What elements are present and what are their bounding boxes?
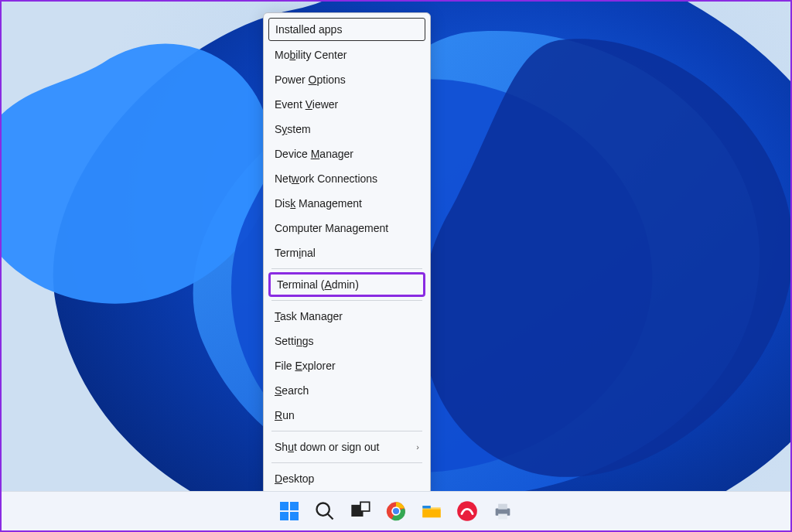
search-icon bbox=[314, 500, 336, 522]
svg-rect-13 bbox=[498, 504, 507, 510]
menu-item-10[interactable]: Terminal (Admin) bbox=[268, 272, 425, 297]
menu-item-label: Terminal bbox=[275, 246, 316, 260]
menu-item-8[interactable]: Computer Management bbox=[264, 216, 430, 240]
chevron-right-icon: › bbox=[416, 440, 419, 454]
menu-item-label: Settings bbox=[275, 334, 314, 348]
menu-item-17[interactable]: Desktop bbox=[264, 466, 430, 491]
menu-item-7[interactable]: Disk Management bbox=[264, 191, 430, 216]
svg-rect-5 bbox=[360, 502, 370, 511]
svg-rect-14 bbox=[498, 514, 507, 520]
printer-icon bbox=[492, 500, 514, 522]
menu-item-label: Task Manager bbox=[275, 309, 343, 323]
menu-item-2[interactable]: Power Options bbox=[264, 67, 430, 92]
menu-item-9[interactable]: Terminal bbox=[264, 240, 430, 265]
menu-item-label: Device Manager bbox=[275, 147, 353, 161]
svg-line-3 bbox=[328, 514, 333, 520]
task-view-icon bbox=[350, 500, 371, 522]
menu-item-0[interactable]: Installed apps bbox=[268, 18, 425, 41]
red-app-button[interactable] bbox=[456, 500, 478, 522]
menu-item-label: Network Connections bbox=[275, 172, 377, 186]
menu-item-label: Computer Management bbox=[275, 221, 388, 235]
menu-item-label: Search bbox=[275, 384, 309, 397]
menu-item-label: Desktop bbox=[275, 472, 314, 486]
menu-separator bbox=[271, 268, 422, 269]
menu-item-label: Shut down or sign out bbox=[275, 440, 379, 454]
menu-item-15[interactable]: Run bbox=[264, 403, 430, 428]
menu-item-6[interactable]: Network Connections bbox=[264, 166, 430, 191]
svg-point-2 bbox=[317, 503, 329, 516]
menu-item-label: Disk Management bbox=[275, 196, 362, 210]
menu-item-label: Mobility Center bbox=[275, 48, 346, 62]
menu-item-label: Run bbox=[275, 408, 295, 422]
svg-rect-9 bbox=[422, 510, 440, 518]
file-explorer-button[interactable] bbox=[421, 500, 442, 522]
menu-item-label: System bbox=[275, 122, 311, 136]
menu-item-4[interactable]: System bbox=[264, 117, 430, 142]
svg-point-11 bbox=[457, 501, 477, 521]
menu-item-11[interactable]: Task Manager bbox=[264, 304, 430, 329]
search-button[interactable] bbox=[314, 500, 336, 522]
chrome-button[interactable] bbox=[385, 500, 407, 522]
start-button[interactable] bbox=[278, 500, 300, 522]
winx-context-menu: Installed appsMobility CenterPower Optio… bbox=[263, 12, 431, 495]
red-circle-app-icon bbox=[456, 500, 478, 522]
menu-item-13[interactable]: File Explorer bbox=[264, 353, 430, 378]
menu-separator bbox=[271, 431, 422, 431]
menu-item-label: Power Options bbox=[275, 73, 346, 87]
menu-item-12[interactable]: Settings bbox=[264, 329, 430, 353]
printer-app-button[interactable] bbox=[492, 500, 514, 522]
svg-rect-10 bbox=[422, 506, 431, 509]
menu-item-label: Installed apps bbox=[275, 22, 342, 36]
menu-item-label: Event Viewer bbox=[275, 97, 338, 111]
menu-item-5[interactable]: Device Manager bbox=[264, 142, 430, 166]
svg-point-8 bbox=[393, 508, 399, 514]
menu-item-3[interactable]: Event Viewer bbox=[264, 92, 430, 117]
windows-logo-icon bbox=[280, 502, 299, 520]
menu-item-14[interactable]: Search bbox=[264, 378, 430, 403]
folder-icon bbox=[421, 500, 442, 522]
menu-item-1[interactable]: Mobility Center bbox=[264, 43, 430, 67]
taskbar bbox=[2, 491, 790, 530]
menu-separator bbox=[271, 300, 422, 301]
menu-item-label: File Explorer bbox=[275, 359, 336, 373]
menu-item-16[interactable]: Shut down or sign out› bbox=[264, 435, 430, 459]
chrome-icon bbox=[385, 500, 407, 522]
task-view-button[interactable] bbox=[350, 500, 371, 522]
menu-item-label: Terminal (Admin) bbox=[277, 278, 359, 292]
menu-separator bbox=[271, 462, 422, 463]
